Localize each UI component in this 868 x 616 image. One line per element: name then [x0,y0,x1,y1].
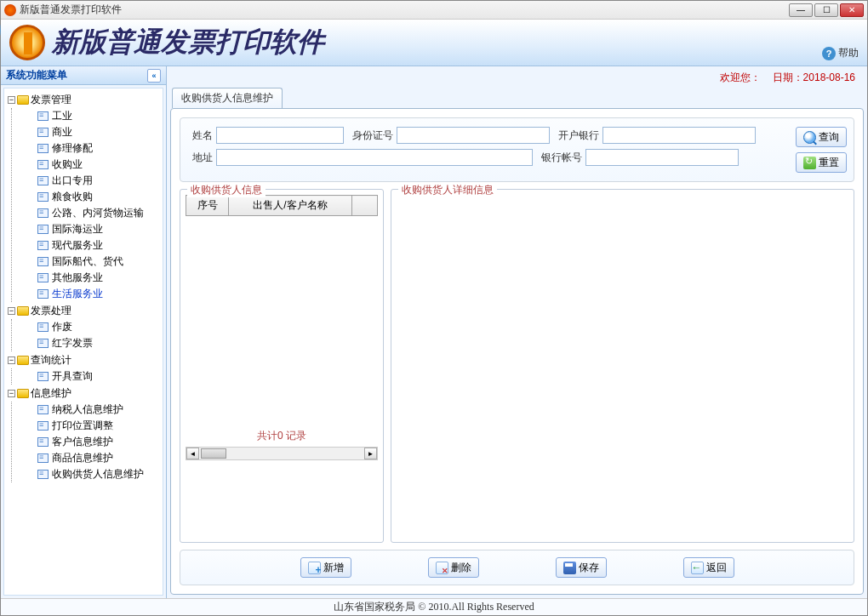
date-value: 2018-08-16 [803,71,855,83]
tree-item[interactable]: 出口专用 [12,173,161,189]
tree-folder-info-maintain[interactable]: −信息维护 [6,385,161,402]
account-input[interactable] [585,149,739,166]
tree-toggle-icon[interactable]: − [8,390,15,397]
tree-item[interactable]: 商业 [12,124,161,140]
col-extra[interactable] [352,196,378,216]
back-icon [691,562,704,574]
tree-item[interactable]: 工业 [12,108,161,124]
doc-icon [37,437,49,447]
content-area: 欢迎您： 日期：2018-08-16 收购供货人信息维护 姓名 身份证号 开户银… [167,66,867,598]
search-icon [803,131,816,144]
tree-toggle-icon[interactable]: − [8,307,15,315]
tree-item[interactable]: 纳税人信息维护 [12,402,161,418]
tree-item-selected[interactable]: 生活服务业 [12,286,161,302]
tree-item[interactable]: 开具查询 [12,368,161,385]
folder-icon [17,356,29,365]
reset-icon [803,157,816,169]
doc-icon [37,453,49,463]
search-button[interactable]: 查询 [796,127,847,147]
tree-folder-invoice-process[interactable]: −发票处理 [6,303,161,319]
folder-icon [17,389,29,398]
tree-item[interactable]: 粮食收购 [12,189,161,205]
col-seq[interactable]: 序号 [186,196,229,216]
tree-item[interactable]: 客户信息维护 [12,434,161,450]
tree-item[interactable]: 现代服务业 [12,237,161,254]
tree-item[interactable]: 国际海运业 [12,221,161,237]
doc-icon [37,421,49,431]
col-name[interactable]: 出售人/客户名称 [229,196,352,216]
doc-icon [37,225,49,234]
window-title: 新版普通发票打印软件 [20,3,789,17]
date-label: 日期： [773,71,803,83]
idcard-label: 身份证号 [347,128,393,143]
bank-input[interactable] [602,127,756,144]
doc-icon [37,160,49,169]
add-button[interactable]: 新增 [300,557,351,578]
maximize-button[interactable]: ☐ [814,3,838,17]
tree-item[interactable]: 红字发票 [12,335,161,351]
idcard-input[interactable] [397,127,550,144]
tree-item[interactable]: 收购业 [12,157,161,173]
doc-icon [37,372,49,381]
banner-title: 新版普通发票打印软件 [52,24,324,61]
work-pane: 姓名 身份证号 开户银行 地址 银行帐号 [170,108,864,595]
tree-toggle-icon[interactable]: − [8,356,15,364]
doc-icon [37,208,49,218]
doc-icon [37,176,49,185]
sidebar: 系统功能菜单 « −发票管理 工业 商业 修理修配 收购业 出口专用 粮食收购 … [1,66,167,598]
save-icon [563,562,576,574]
footer: 山东省国家税务局 © 2010.All Rights Reserved [1,598,867,615]
tree-item[interactable]: 商品信息维护 [12,450,161,466]
banner-logo-icon [9,25,45,60]
help-label: 帮助 [838,46,859,60]
scroll-right-icon[interactable]: ► [364,448,377,459]
tree-item[interactable]: 收购供货人信息维护 [12,466,161,482]
supplier-table: 序号 出售人/客户名称 [186,195,378,216]
sidebar-collapse-button[interactable]: « [147,69,161,83]
window-titlebar: 新版普通发票打印软件 — ☐ ✕ [1,1,867,20]
doc-icon [37,289,49,299]
doc-icon [37,470,49,479]
record-count: 共计0 记录 [186,429,378,443]
save-button[interactable]: 保存 [556,557,607,578]
doc-icon [37,241,49,250]
list-panel-title: 收购供货人信息 [187,183,266,197]
account-label: 银行帐号 [536,151,582,165]
supplier-detail-panel: 收购供货人详细信息 [391,189,854,543]
tree-item[interactable]: 公路、内河货物运输 [12,205,161,221]
sidebar-title: 系统功能菜单 [6,68,147,83]
doc-icon [37,128,49,137]
doc-icon [37,322,49,332]
welcome-label: 欢迎您： [720,71,761,83]
scroll-thumb[interactable] [201,448,226,459]
close-button[interactable]: ✕ [840,3,864,17]
help-icon: ? [822,47,836,60]
tree-folder-query-stats[interactable]: −查询统计 [6,352,161,368]
detail-panel-title: 收购供货人详细信息 [398,183,497,197]
name-input[interactable] [216,127,344,144]
help-link[interactable]: ? 帮助 [822,46,859,60]
add-icon [308,562,321,574]
tree-item[interactable]: 其他服务业 [12,270,161,286]
tree-folder-invoice-manage[interactable]: −发票管理 [6,92,161,108]
sidebar-header: 系统功能菜单 « [1,66,166,85]
address-label: 地址 [187,151,213,165]
supplier-list-panel: 收购供货人信息 序号 出售人/客户名称 共计0 记录 ◄ ► [180,189,384,543]
tree-item[interactable]: 修理修配 [12,140,161,157]
name-label: 姓名 [187,128,213,143]
minimize-button[interactable]: — [789,3,813,17]
delete-button[interactable]: 删除 [428,557,479,578]
folder-icon [17,95,29,105]
reset-button[interactable]: 重置 [796,152,847,173]
tab-supplier-info[interactable]: 收购供货人信息维护 [172,88,283,108]
doc-icon [37,192,49,202]
tree-item[interactable]: 国际船代、货代 [12,254,161,270]
back-button[interactable]: 返回 [683,557,734,578]
tree-item[interactable]: 作废 [12,319,161,335]
scroll-left-icon[interactable]: ◄ [186,448,199,459]
tree-item[interactable]: 打印位置调整 [12,418,161,434]
tree-toggle-icon[interactable]: − [8,96,15,104]
horizontal-scrollbar[interactable]: ◄ ► [186,447,378,460]
address-input[interactable] [216,149,533,166]
bank-label: 开户银行 [553,128,599,143]
